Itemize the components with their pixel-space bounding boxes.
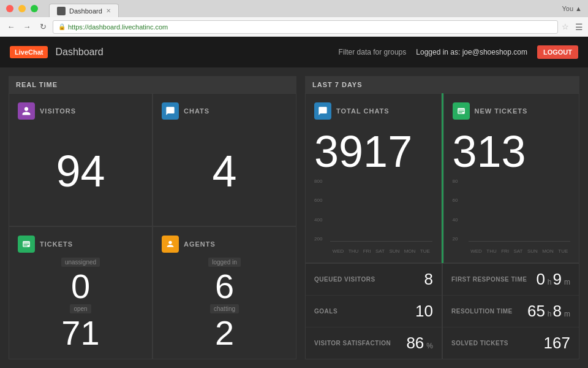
browser-titlebar: Dashboard ✕ You ▲: [0, 0, 588, 17]
user-label: You ▲: [562, 5, 582, 12]
total-chats-value: 3917: [314, 129, 432, 174]
chats-card: CHATS 4: [153, 93, 296, 226]
solved-tickets-label: SOLVED TICKETS: [451, 339, 544, 347]
visitor-satisfaction-stat: VISITOR SATISFACTION 86 %: [306, 328, 442, 359]
chats-card-title: CHATS: [184, 107, 209, 115]
new-tickets-y-labels: 80 60 40 20: [453, 178, 467, 242]
forward-button[interactable]: →: [21, 21, 33, 33]
right-panel: LAST 7 DAYS TOTAL CHATS 3917 800 600: [305, 76, 579, 359]
tickets-open-value: 71: [61, 316, 99, 350]
url-text: https://dashboard.livechatinc.com: [68, 23, 168, 31]
resolution-h-unit: h: [548, 310, 552, 318]
browser-tab[interactable]: Dashboard ✕: [49, 4, 119, 17]
chats-value: 4: [162, 125, 287, 217]
refresh-button[interactable]: ↻: [37, 21, 49, 33]
visitors-card-header: VISITORS: [18, 102, 143, 120]
resolution-m: 8: [553, 302, 562, 321]
new-tickets-icon: [453, 102, 470, 120]
tickets-open-row: open 71: [18, 304, 143, 350]
new-tickets-card: NEW TICKETS 313 80 60 40 20: [443, 93, 580, 263]
first-response-h: 0: [536, 270, 545, 289]
total-chats-bars: [330, 178, 432, 242]
resolution-m-unit: m: [564, 310, 570, 318]
browser-toolbar: ← → ↻ 🔒 https://dashboard.livechatinc.co…: [0, 17, 588, 37]
goals-stat: GOALS 10: [306, 296, 442, 328]
agents-card-header: AGENTS: [162, 236, 287, 253]
first-response-label: FIRST RESPONSE TIME: [451, 275, 536, 283]
header-right: Filter data for groups Logged in as: joe…: [339, 45, 578, 59]
minimize-window-button[interactable]: [18, 5, 26, 12]
tickets-unassigned-label: unassigned: [61, 258, 100, 267]
right-cards: TOTAL CHATS 3917 800 600 400 200: [305, 93, 579, 263]
total-chats-y-labels: 800 600 400 200: [314, 178, 329, 242]
total-chats-icon: [314, 102, 331, 120]
goals-label: GOALS: [314, 307, 415, 315]
agents-icon: [162, 236, 179, 253]
maximize-window-button[interactable]: [31, 5, 38, 12]
last7days-section-header: LAST 7 DAYS: [305, 76, 579, 93]
visitor-satisfaction-value-group: 86 %: [406, 334, 433, 353]
logged-in-text: Logged in as:: [416, 48, 460, 56]
queued-visitors-label: QUEUED VISITORS: [314, 275, 424, 283]
agents-card-title: AGENTS: [184, 240, 216, 248]
first-response-h-unit: h: [548, 278, 552, 286]
realtime-section-header: REAL TIME: [9, 76, 296, 93]
new-tickets-label: NEW TICKETS: [475, 107, 528, 115]
agents-logged-in-label: logged in: [208, 258, 241, 267]
filter-data-link[interactable]: Filter data for groups: [339, 48, 407, 56]
visitors-card: VISITORS 94: [9, 93, 153, 226]
agents-sections: logged in 6 chatting 2: [162, 258, 287, 350]
lock-icon: 🔒: [58, 23, 66, 30]
first-response-stat: FIRST RESPONSE TIME 0 h 9 m: [443, 264, 579, 296]
tickets-card-header: TICKETS: [18, 236, 143, 253]
agents-logged-in-row: logged in 6: [162, 258, 287, 304]
queued-visitors-value: 8: [424, 270, 433, 289]
tickets-unassigned-row: unassigned 0: [18, 258, 143, 304]
agents-logged-in-value: 6: [215, 269, 234, 304]
new-tickets-x-labels: WEDTHUFRISATSUNMONTUE: [469, 248, 571, 254]
solved-tickets-value: 167: [544, 334, 570, 353]
tab-favicon: [57, 7, 66, 15]
livechat-logo: LiveChat: [10, 46, 48, 58]
logged-in-label: Logged in as: joe@shoeshop.com: [416, 48, 527, 56]
goals-value: 10: [415, 302, 433, 321]
total-chats-label: TOTAL CHATS: [336, 107, 390, 115]
bookmark-icon[interactable]: ☆: [562, 22, 569, 31]
tab-title: Dashboard: [69, 7, 102, 15]
close-window-button[interactable]: [6, 5, 13, 12]
total-chats-header: TOTAL CHATS: [314, 102, 432, 120]
agents-chatting-label: chatting: [210, 304, 239, 313]
visitors-icon: [18, 102, 35, 120]
browser-chrome: Dashboard ✕ You ▲ ← → ↻ 🔒 https://dashbo…: [0, 0, 588, 37]
total-chats-x-labels: WEDTHUFRISATSUNMONTUE: [330, 248, 432, 254]
tab-close-button[interactable]: ✕: [106, 7, 111, 14]
resolution-h: 65: [527, 302, 545, 321]
logout-button[interactable]: LOGOUT: [537, 45, 578, 59]
stats-left: QUEUED VISITORS 8 GOALS 10 VISITOR SATIS…: [305, 263, 442, 359]
left-panel: REAL TIME VISITORS 94: [9, 76, 296, 359]
resolution-label: RESOLUTION TIME: [451, 307, 527, 315]
agents-chatting-row: chatting 2: [162, 304, 287, 350]
total-chats-card: TOTAL CHATS 3917 800 600 400 200: [305, 93, 442, 263]
stats-bottom: QUEUED VISITORS 8 GOALS 10 VISITOR SATIS…: [305, 263, 579, 359]
address-bar[interactable]: 🔒 https://dashboard.livechatinc.com: [53, 20, 558, 34]
total-chats-chart: 800 600 400 200: [314, 178, 432, 254]
tickets-sections: unassigned 0 open 71: [18, 258, 143, 350]
agents-chatting-value: 2: [215, 316, 234, 350]
queued-visitors-stat: QUEUED VISITORS 8: [306, 264, 442, 296]
agents-card: AGENTS logged in 6 chatting 2: [153, 226, 296, 359]
menu-icon[interactable]: ☰: [575, 22, 583, 32]
tickets-icon: [18, 236, 35, 253]
new-tickets-value: 313: [453, 129, 571, 174]
svg-point-0: [168, 241, 172, 244]
tickets-open-label: open: [70, 304, 91, 313]
visitor-satisfaction-unit: %: [426, 342, 433, 350]
resolution-value-group: 65 h 8 m: [527, 302, 570, 321]
logged-in-user: joe@shoeshop.com: [462, 48, 527, 56]
tab-area: Dashboard ✕: [49, 0, 119, 17]
realtime-cards-grid: VISITORS 94 CHATS 4: [9, 93, 296, 359]
back-button[interactable]: ←: [5, 21, 17, 33]
first-response-m: 9: [553, 270, 562, 289]
cards-divider: [442, 93, 443, 263]
new-tickets-chart: 80 60 40 20: [453, 178, 571, 254]
